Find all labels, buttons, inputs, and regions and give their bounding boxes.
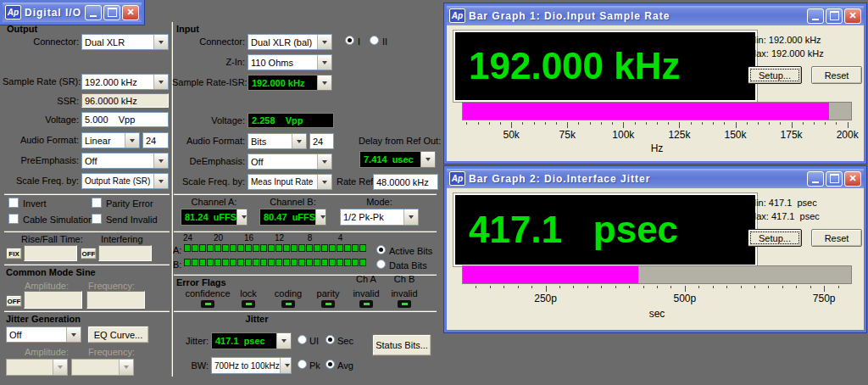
input-voltage-label: Voltage:	[172, 115, 245, 126]
input-1-radio[interactable]	[345, 36, 354, 45]
chevron-down-icon[interactable]	[236, 209, 248, 225]
send-invalid-checkbox[interactable]	[92, 214, 102, 224]
rise-fall-fix-button[interactable]: FIX	[6, 248, 22, 259]
chevron-down-icon[interactable]	[280, 358, 292, 373]
close-icon[interactable]	[844, 8, 861, 24]
axis-tick	[769, 122, 770, 125]
ap-logo-icon: Ap	[5, 5, 21, 20]
input-connector-select[interactable]: Dual XLR (bal)	[248, 34, 332, 50]
jg-amplitude-select[interactable]	[6, 359, 68, 376]
chevron-down-icon[interactable]	[276, 333, 291, 349]
rise-fall-field	[24, 245, 77, 261]
parity-error-checkbox[interactable]	[92, 198, 102, 208]
jg-frequency-select[interactable]	[71, 359, 134, 376]
ui-radio[interactable]	[298, 335, 307, 344]
chevron-down-icon[interactable]	[317, 154, 331, 169]
avg-label: Avg	[337, 360, 353, 371]
input-scale-freq-label: Scale Freq. by:	[172, 176, 245, 187]
reset-button[interactable]: Reset	[811, 229, 862, 247]
maximize-icon[interactable]	[826, 171, 843, 187]
interfering-off-button[interactable]: OFF	[81, 248, 97, 259]
chevron-down-icon[interactable]	[153, 153, 168, 168]
chevron-down-icon[interactable]	[317, 35, 331, 49]
axis-tick	[522, 122, 523, 125]
bw-select[interactable]: 700Hz to 100kHz	[211, 357, 292, 374]
ap-logo-icon: Ap	[449, 8, 465, 23]
bit-led	[260, 259, 267, 266]
data-bits-label: Data Bits	[389, 260, 427, 271]
close-icon[interactable]	[122, 5, 139, 20]
output-sample-rate-select[interactable]: 192.000 kHz	[81, 74, 169, 90]
channel-a-display[interactable]: 81.24 uFFS	[181, 209, 248, 226]
chevron-down-icon[interactable]	[153, 35, 168, 49]
input-1-label: I	[358, 36, 360, 47]
deemphasis-select[interactable]: Off	[248, 153, 332, 170]
setup-button[interactable]: Setup...	[748, 229, 802, 247]
sec-radio[interactable]	[326, 335, 335, 344]
bit-led	[306, 244, 313, 252]
bar-graph-2-titlebar[interactable]: Ap Bar Graph 2: Dio.Interface Jitter	[447, 169, 864, 188]
chevron-down-icon[interactable]	[66, 327, 81, 342]
cable-simulation-checkbox[interactable]	[8, 214, 19, 224]
jitter-generation-select[interactable]: Off	[6, 326, 81, 343]
output-audio-format-select[interactable]: Linear	[81, 132, 140, 148]
close-icon[interactable]	[844, 171, 861, 187]
pk-radio[interactable]	[298, 360, 307, 369]
axis-tick	[754, 286, 755, 288]
axis-unit-label: Hz	[462, 142, 852, 154]
bit-led	[245, 259, 252, 266]
minimize-icon[interactable]	[85, 5, 102, 20]
output-connector-select[interactable]: Dual XLR	[81, 34, 169, 50]
input-audio-format-select[interactable]: Bits	[248, 133, 307, 149]
input-2-radio[interactable]	[370, 36, 379, 45]
chevron-down-icon[interactable]	[420, 152, 435, 167]
cms-off-button[interactable]: OFF	[6, 295, 22, 307]
bit-led	[207, 244, 214, 252]
bar-graph-1-titlebar[interactable]: Ap Bar Graph 1: Dio.Input Sample Rate	[447, 6, 864, 25]
bit-led	[275, 259, 282, 266]
chevron-down-icon[interactable]	[317, 75, 331, 90]
bit-led	[192, 259, 198, 266]
maximize-icon[interactable]	[826, 8, 843, 24]
preemphasis-select[interactable]: Off	[81, 153, 169, 169]
output-voltage-input[interactable]: 5.000 Vpp	[81, 112, 169, 127]
jitter-display[interactable]: 417.1 psec	[211, 332, 292, 349]
sample-rate-isr-display[interactable]: 192.000 kHz	[248, 75, 332, 91]
data-bits-radio[interactable]	[376, 259, 386, 269]
output-scale-freq-select[interactable]: Output Rate (SR)	[81, 173, 169, 189]
chevron-down-icon[interactable]	[292, 134, 306, 148]
rate-ref-input[interactable]: 48.0000 kHz	[373, 174, 438, 190]
channel-b-bit-leds	[184, 259, 367, 266]
z-in-select[interactable]: 110 Ohms	[248, 54, 332, 70]
axis-tick	[679, 122, 680, 128]
chevron-down-icon[interactable]	[153, 174, 168, 188]
chevron-down-icon[interactable]	[315, 209, 326, 225]
chevron-down-icon[interactable]	[403, 209, 418, 225]
bit-led	[184, 244, 191, 252]
bit-led	[237, 244, 244, 252]
eq-curve-button[interactable]: EQ Curve...	[87, 326, 149, 343]
bar-fill	[463, 103, 829, 120]
input-bits-input[interactable]: 24	[309, 133, 334, 149]
digital-io-titlebar[interactable]: Ap Digital I/O	[3, 3, 142, 22]
channel-a-bit-leds	[184, 244, 367, 252]
maximize-icon[interactable]	[103, 5, 120, 20]
chevron-down-icon[interactable]	[153, 75, 168, 89]
minimize-icon[interactable]	[807, 171, 824, 187]
status-bits-button[interactable]: Status Bits...	[372, 334, 431, 356]
input-scale-freq-select[interactable]: Meas Input Rate	[248, 174, 332, 190]
delay-display[interactable]: 7.414 usec	[359, 151, 436, 168]
invert-checkbox[interactable]	[8, 198, 19, 208]
chevron-down-icon[interactable]	[317, 55, 331, 70]
setup-button[interactable]: Setup...	[748, 66, 802, 84]
active-bits-radio[interactable]	[376, 245, 386, 254]
mode-select[interactable]: 1/2 Pk-Pk	[340, 209, 419, 226]
minimize-icon[interactable]	[807, 8, 824, 24]
output-bits-input[interactable]: 24	[142, 132, 169, 148]
reset-button[interactable]: Reset	[811, 66, 862, 84]
input-audio-format-label: Audio Format:	[172, 136, 245, 146]
avg-radio[interactable]	[326, 360, 335, 369]
chevron-down-icon[interactable]	[125, 133, 139, 148]
chevron-down-icon[interactable]	[317, 175, 331, 189]
channel-b-display[interactable]: 80.47 uFFS	[259, 209, 326, 226]
